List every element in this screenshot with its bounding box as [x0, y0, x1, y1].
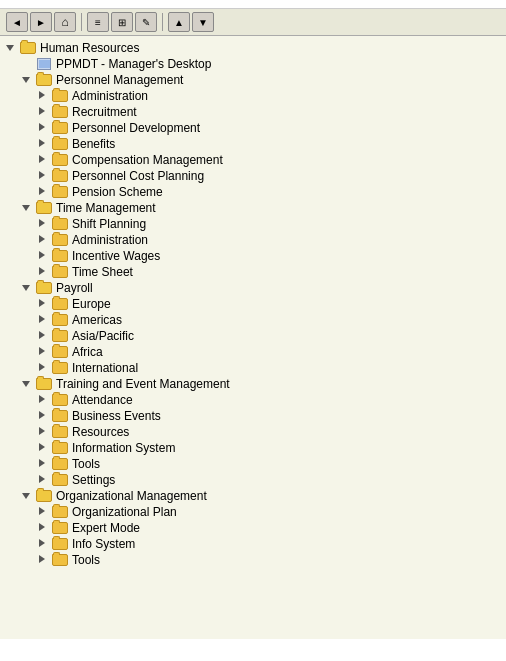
tree-item-benefits[interactable]: Benefits [0, 136, 506, 152]
desktop-icon [37, 58, 51, 70]
item-label: Attendance [72, 393, 133, 407]
tree-item-international[interactable]: International [0, 360, 506, 376]
folder-icon [52, 218, 68, 230]
tree-item-organizational-management[interactable]: Organizational Management [0, 488, 506, 504]
folder-icon [52, 154, 68, 166]
collapse-icon[interactable] [20, 281, 34, 295]
expand-icon[interactable] [36, 409, 50, 423]
expand-icon[interactable] [36, 169, 50, 183]
item-label: Asia/Pacific [72, 329, 134, 343]
tree-item-personnel-management[interactable]: Personnel Management [0, 72, 506, 88]
expand-icon[interactable] [36, 329, 50, 343]
tree-item-settings[interactable]: Settings [0, 472, 506, 488]
tree-item-europe[interactable]: Europe [0, 296, 506, 312]
back-button[interactable]: ◄ [6, 12, 28, 32]
folder-icon [52, 506, 68, 518]
expand-icon[interactable] [36, 537, 50, 551]
expand-icon[interactable] [36, 441, 50, 455]
folder-open-icon [36, 378, 52, 390]
expand-icon[interactable] [36, 505, 50, 519]
expand-icon[interactable] [36, 361, 50, 375]
tree-item-incentive-wages[interactable]: Incentive Wages [0, 248, 506, 264]
collapse-icon[interactable] [20, 489, 34, 503]
expand-icon[interactable] [36, 105, 50, 119]
title-bar [0, 0, 506, 9]
menu-button[interactable]: ≡ [87, 12, 109, 32]
tree-item-payroll[interactable]: Payroll [0, 280, 506, 296]
folder-open-icon [36, 282, 52, 294]
expand-icon[interactable] [36, 249, 50, 263]
folder-icon [52, 250, 68, 262]
tree-item-business-events[interactable]: Business Events [0, 408, 506, 424]
collapse-icon[interactable] [20, 73, 34, 87]
grid-button[interactable]: ⊞ [111, 12, 133, 32]
tree-item-human-resources[interactable]: Human Resources [0, 40, 506, 56]
expand-icon[interactable] [36, 313, 50, 327]
tree-item-ppmdt[interactable]: PPMDT - Manager's Desktop [0, 56, 506, 72]
expand-icon[interactable] [36, 89, 50, 103]
expand-icon[interactable] [36, 457, 50, 471]
tree-item-tools-2[interactable]: Tools [0, 552, 506, 568]
forward-button[interactable]: ► [30, 12, 52, 32]
tree-item-administration-2[interactable]: Administration [0, 232, 506, 248]
tree-item-administration-1[interactable]: Administration [0, 88, 506, 104]
tree-item-compensation-management[interactable]: Compensation Management [0, 152, 506, 168]
tree-item-training-event-management[interactable]: Training and Event Management [0, 376, 506, 392]
tree-item-pension-scheme[interactable]: Pension Scheme [0, 184, 506, 200]
down-button[interactable]: ▼ [192, 12, 214, 32]
tree-item-asia-pacific[interactable]: Asia/Pacific [0, 328, 506, 344]
folder-icon [52, 474, 68, 486]
expand-icon[interactable] [36, 265, 50, 279]
collapse-icon[interactable] [20, 201, 34, 215]
expand-icon[interactable] [36, 121, 50, 135]
tree-item-africa[interactable]: Africa [0, 344, 506, 360]
folder-icon [52, 90, 68, 102]
tree-container[interactable]: Human Resources PPMDT - Manager's Deskto… [0, 36, 506, 639]
item-label: Pension Scheme [72, 185, 163, 199]
tree-item-expert-mode[interactable]: Expert Mode [0, 520, 506, 536]
tree-item-tools[interactable]: Tools [0, 456, 506, 472]
expand-icon[interactable] [36, 185, 50, 199]
folder-open-icon [36, 202, 52, 214]
up-button[interactable]: ▲ [168, 12, 190, 32]
no-expand [20, 57, 34, 71]
tree-item-shift-planning[interactable]: Shift Planning [0, 216, 506, 232]
tree-item-personnel-development[interactable]: Personnel Development [0, 120, 506, 136]
folder-icon [52, 138, 68, 150]
tree-item-information-system[interactable]: Information System [0, 440, 506, 456]
tree-item-info-system[interactable]: Info System [0, 536, 506, 552]
tree-item-time-sheet[interactable]: Time Sheet [0, 264, 506, 280]
expand-icon[interactable] [36, 345, 50, 359]
tree-item-americas[interactable]: Americas [0, 312, 506, 328]
tree-item-recruitment[interactable]: Recruitment [0, 104, 506, 120]
item-label: Tools [72, 457, 100, 471]
expand-icon[interactable] [36, 297, 50, 311]
tree-item-attendance[interactable]: Attendance [0, 392, 506, 408]
item-label: Compensation Management [72, 153, 223, 167]
folder-icon [52, 298, 68, 310]
expand-icon[interactable] [36, 137, 50, 151]
expand-icon[interactable] [36, 153, 50, 167]
item-label: Training and Event Management [56, 377, 230, 391]
edit-button[interactable]: ✎ [135, 12, 157, 32]
expand-icon[interactable] [36, 233, 50, 247]
tree-item-time-management[interactable]: Time Management [0, 200, 506, 216]
expand-icon[interactable] [36, 393, 50, 407]
expand-icon[interactable] [36, 473, 50, 487]
expand-icon[interactable] [36, 425, 50, 439]
tree-item-resources[interactable]: Resources [0, 424, 506, 440]
item-label: Human Resources [40, 41, 139, 55]
collapse-icon[interactable] [20, 377, 34, 391]
expand-icon[interactable] [36, 217, 50, 231]
folder-icon [52, 410, 68, 422]
folder-open-icon [20, 42, 36, 54]
tree-item-personnel-cost-planning[interactable]: Personnel Cost Planning [0, 168, 506, 184]
collapse-icon[interactable] [4, 41, 18, 55]
expand-icon[interactable] [36, 553, 50, 567]
folder-icon [52, 234, 68, 246]
tree-item-organizational-plan[interactable]: Organizational Plan [0, 504, 506, 520]
item-label: Settings [72, 473, 115, 487]
home-button[interactable]: ⌂ [54, 12, 76, 32]
item-label: PPMDT - Manager's Desktop [56, 57, 211, 71]
expand-icon[interactable] [36, 521, 50, 535]
